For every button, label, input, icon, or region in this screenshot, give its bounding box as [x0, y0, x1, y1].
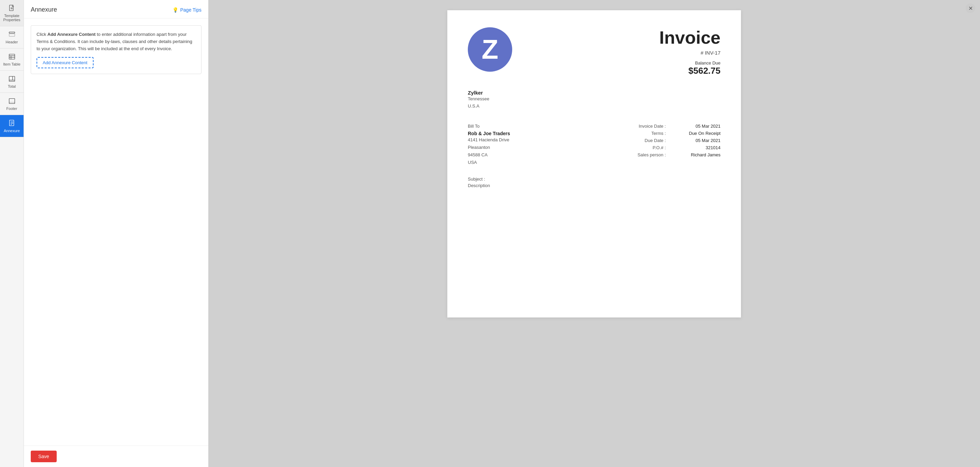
meta-value: Richard James — [676, 152, 721, 157]
sidebar-label-annexure: Annexure — [4, 129, 20, 133]
company-country: U.S.A — [468, 103, 721, 110]
page-tips-label: Page Tips — [180, 7, 202, 13]
meta-label: Due Date : — [625, 138, 666, 143]
meta-row: Due Date : 05 Mar 2021 — [625, 138, 721, 143]
close-button[interactable]: ✕ — [966, 3, 975, 13]
add-annexure-content-button[interactable]: Add Annexure Content — [37, 57, 94, 68]
balance-due-amount: $562.75 — [659, 65, 721, 76]
meta-row: Sales person : Richard James — [625, 152, 721, 157]
sidebar-item-total[interactable]: Total — [0, 71, 24, 93]
meta-label: Invoice Date : — [625, 124, 666, 129]
description-label: Description — [468, 183, 721, 188]
bill-to-label: Bill To — [468, 124, 510, 129]
subject-section: Subject : Description — [468, 176, 721, 188]
invoice-title-block: Invoice # INV-17 Balance Due $562.75 — [659, 27, 721, 76]
meta-row: P.O.# : 321014 — [625, 145, 721, 150]
sidebar-item-header[interactable]: Header — [0, 26, 24, 48]
invoice-paper: Z Invoice # INV-17 Balance Due $562.75 Z… — [447, 10, 741, 318]
sidebar-label-template-properties: Template Properties — [2, 14, 22, 22]
svg-rect-5 — [9, 54, 15, 59]
logo-letter: Z — [482, 34, 498, 65]
bill-to-address: 4141 Hacienda Drive Pleasanton 94588 CA … — [468, 136, 510, 166]
bill-to-block: Bill To Rob & Joe Traders 4141 Hacienda … — [468, 124, 510, 166]
meta-label: P.O.# : — [625, 145, 666, 150]
sidebar-item-template-properties[interactable]: Template Properties — [0, 0, 24, 26]
close-icon: ✕ — [968, 5, 973, 12]
preview-area: ✕ Z Invoice # INV-17 Balance Due $562.75… — [208, 0, 980, 467]
panel-content: Click Add Annexure Content to enter addi… — [24, 18, 208, 445]
subject-label: Subject : — [468, 176, 721, 182]
bill-to-name: Rob & Joe Traders — [468, 131, 510, 136]
meta-value: 05 Mar 2021 — [676, 124, 721, 129]
meta-label: Sales person : — [625, 152, 666, 157]
invoice-number-prefix: # — [701, 50, 705, 56]
bill-to-address-line4: USA — [468, 159, 510, 166]
svg-rect-13 — [9, 102, 15, 104]
info-box: Click Add Annexure Content to enter addi… — [31, 25, 202, 74]
meta-value: 321014 — [676, 145, 721, 150]
meta-value: 05 Mar 2021 — [676, 138, 721, 143]
company-name: Zylker — [468, 90, 721, 95]
sidebar-label-footer: Footer — [6, 106, 18, 111]
invoice-number: # INV-17 — [659, 50, 721, 56]
sidebar-item-footer[interactable]: Footer — [0, 93, 24, 115]
info-bold-text: Add Annexure Content — [48, 32, 95, 37]
company-info: Zylker Tennessee U.S.A — [468, 90, 721, 110]
bill-to-address-line1: 4141 Hacienda Drive — [468, 136, 510, 144]
table-icon — [8, 52, 16, 61]
meta-value: Due On Receipt — [676, 131, 721, 136]
annexure-icon — [8, 119, 16, 127]
sidebar-label-total: Total — [8, 84, 16, 88]
balance-due-label: Balance Due — [659, 60, 721, 65]
meta-label: Terms : — [625, 131, 666, 136]
company-address: Tennessee U.S.A — [468, 95, 721, 110]
panel-header: Annexure 💡 Page Tips — [24, 0, 208, 18]
save-button[interactable]: Save — [31, 451, 57, 462]
invoice-title: Invoice — [659, 27, 721, 48]
svg-rect-4 — [9, 34, 15, 36]
meta-row: Terms : Due On Receipt — [625, 131, 721, 136]
svg-rect-9 — [9, 76, 15, 82]
file-icon — [8, 4, 16, 12]
total-icon — [8, 75, 16, 83]
svg-rect-3 — [9, 32, 15, 33]
svg-rect-12 — [9, 98, 15, 104]
panel-footer: Save — [24, 445, 208, 467]
lightbulb-icon: 💡 — [172, 7, 178, 13]
panel-title: Annexure — [31, 6, 57, 13]
bill-to-address-line3: 94588 CA — [468, 151, 510, 159]
sidebar: Template Properties Header Item Table — [0, 0, 24, 467]
invoice-meta-table: Invoice Date : 05 Mar 2021 Terms : Due O… — [625, 124, 721, 166]
meta-row: Invoice Date : 05 Mar 2021 — [625, 124, 721, 129]
sidebar-label-item-table: Item Table — [3, 62, 21, 66]
sidebar-item-annexure[interactable]: Annexure — [0, 115, 24, 137]
company-logo: Z — [468, 27, 512, 72]
editing-panel: Annexure 💡 Page Tips Click Add Annexure … — [24, 0, 208, 467]
header-icon — [8, 30, 16, 38]
sidebar-label-header: Header — [5, 40, 18, 44]
invoice-header-row: Z Invoice # INV-17 Balance Due $562.75 — [468, 27, 721, 76]
company-state: Tennessee — [468, 95, 721, 103]
footer-icon — [8, 97, 16, 105]
page-tips-button[interactable]: 💡 Page Tips — [172, 7, 202, 13]
sidebar-item-item-table[interactable]: Item Table — [0, 48, 24, 71]
info-description: Click Add Annexure Content to enter addi… — [37, 31, 196, 52]
invoice-number-value: INV-17 — [705, 50, 721, 56]
invoice-details-row: Bill To Rob & Joe Traders 4141 Hacienda … — [468, 124, 721, 166]
bill-to-address-line2: Pleasanton — [468, 144, 510, 151]
svg-rect-14 — [9, 120, 14, 126]
